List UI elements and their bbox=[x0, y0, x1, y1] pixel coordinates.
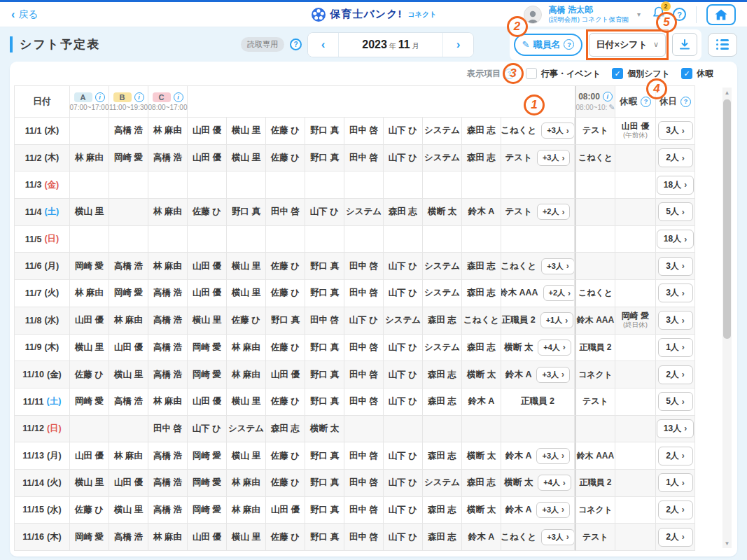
edit-pencil-icon: ✎ bbox=[608, 103, 615, 112]
empty-cell bbox=[266, 172, 305, 199]
date-label: 11/1 bbox=[25, 126, 42, 136]
download-button[interactable]: 5 bbox=[672, 33, 697, 56]
annotation-3: 3 bbox=[503, 63, 524, 84]
empty-cell bbox=[188, 226, 227, 253]
more-staff-button[interactable]: +4人› bbox=[538, 475, 571, 491]
more-staff-button[interactable]: +1人› bbox=[540, 312, 574, 328]
list-view-button[interactable] bbox=[708, 33, 737, 57]
dayoff-count-button[interactable]: 1人› bbox=[658, 338, 693, 357]
date-cell: 11/8(水) bbox=[14, 307, 70, 335]
home-button[interactable] bbox=[706, 4, 736, 25]
dayoff-count-button[interactable]: 2人› bbox=[658, 148, 693, 167]
user-info[interactable]: 高橋 浩太郎 (説明会用) コネクト保育園 bbox=[549, 5, 629, 24]
readonly-help-icon[interactable]: ? bbox=[290, 38, 302, 50]
dayoff-count-button[interactable]: 5人› bbox=[658, 392, 693, 411]
more-staff-button[interactable]: +3人› bbox=[541, 122, 575, 139]
info-icon: i bbox=[174, 92, 183, 102]
empty-cell bbox=[615, 280, 656, 307]
checkbox-individual-shift[interactable]: ✓ 個別シフト bbox=[612, 68, 670, 80]
leave-cell: 山田 優(午前休) bbox=[615, 118, 656, 145]
view-mode-dropdown[interactable]: 日付×シフト ∨ bbox=[589, 33, 666, 57]
individual-shift-cell: コネクト bbox=[575, 497, 615, 524]
dayoff-count-button[interactable]: 2人› bbox=[658, 365, 693, 384]
more-staff-button[interactable]: +3人› bbox=[541, 529, 575, 545]
empty-cell bbox=[70, 226, 109, 253]
more-staff-button[interactable]: +3人› bbox=[536, 367, 570, 383]
staff-cell: 横山 里 bbox=[70, 335, 109, 362]
staff-cell: 野口 真 bbox=[266, 307, 305, 335]
empty-cell bbox=[615, 145, 656, 172]
dayoff-count-button[interactable]: 3人› bbox=[658, 257, 693, 276]
next-month-button[interactable]: › bbox=[442, 33, 473, 57]
vertical-scrollbar[interactable]: ▲ ▼ bbox=[722, 88, 732, 548]
scroll-up-arrow-icon[interactable]: ▲ bbox=[722, 88, 732, 97]
dayoff-count-button[interactable]: 18人› bbox=[657, 230, 694, 248]
staff-cell: 山田 優 bbox=[188, 388, 227, 416]
shift-column-header: Bi11:00~19:30 bbox=[109, 86, 148, 118]
table-row: 11/6(月)岡崎 愛高橋 浩林 麻由山田 優横山 里佐藤 ひ野口 真田中 啓山… bbox=[14, 253, 695, 280]
staff-cell: 野口 真 bbox=[305, 524, 344, 551]
staff-cell: 田中 啓 bbox=[344, 470, 384, 497]
staff-cell-wide: 鈴木 A+3人› bbox=[501, 497, 575, 524]
help-icon[interactable]: ? bbox=[641, 97, 651, 107]
checkbox-leave[interactable]: ✓ 休暇 bbox=[681, 68, 713, 80]
more-count-label: +3人 bbox=[542, 505, 559, 515]
staff-cell: 野口 真 bbox=[305, 497, 344, 524]
date-cell: 11/11(土) bbox=[14, 388, 70, 416]
chevron-right-icon: › bbox=[563, 342, 566, 352]
more-staff-button[interactable]: +4人› bbox=[538, 340, 571, 356]
staff-name-help-icon[interactable]: ? bbox=[564, 39, 574, 50]
dayoff-count-button[interactable]: 2人› bbox=[658, 500, 693, 519]
dayoff-cell: 2人› bbox=[656, 442, 695, 470]
staff-cell: 野口 真 bbox=[305, 470, 344, 497]
staff-cell: 山下 ひ bbox=[384, 497, 423, 524]
checkbox-events[interactable]: 行事・イベント bbox=[526, 68, 601, 80]
more-staff-button[interactable]: +2人› bbox=[543, 285, 575, 301]
more-count-label: +3人 bbox=[547, 125, 564, 136]
more-staff-button[interactable]: +2人› bbox=[537, 204, 571, 220]
staff-cell: 山下 ひ bbox=[384, 388, 423, 416]
more-staff-button[interactable]: +3人› bbox=[541, 258, 575, 274]
page-title: シフト予定表 bbox=[10, 36, 100, 52]
staff-cell-wide: テスト+3人› bbox=[501, 145, 575, 172]
staff-cell: 田中 啓 bbox=[344, 388, 384, 416]
more-staff-button[interactable]: +3人› bbox=[536, 502, 570, 518]
prev-month-button[interactable]: ‹ bbox=[308, 33, 339, 57]
scroll-down-arrow-icon[interactable]: ▼ bbox=[722, 538, 732, 548]
chevron-right-icon: › bbox=[682, 451, 685, 461]
more-staff-button[interactable]: +3人› bbox=[537, 150, 571, 166]
staff-cell: 林 麻由 bbox=[148, 118, 188, 145]
individual-shift-cell: 鈴木 AAA bbox=[575, 442, 615, 470]
table-row: 11/2(木)林 麻由岡崎 愛高橋 浩山田 優横山 里佐藤 ひ野口 真田中 啓山… bbox=[14, 145, 695, 172]
dayoff-count-button[interactable]: 18人› bbox=[657, 176, 694, 195]
button-strip: 2 ✎ 職員名 ? 日付×シフト ∨ 5 bbox=[510, 29, 701, 60]
staff-cell-wide bbox=[501, 172, 575, 199]
empty-cell bbox=[70, 172, 109, 199]
help-icon[interactable]: ? bbox=[680, 97, 691, 107]
dayoff-count-button[interactable]: 1人› bbox=[658, 473, 693, 492]
dayoff-cell: 1人› bbox=[656, 470, 695, 497]
staff-name-button[interactable]: 2 ✎ 職員名 ? bbox=[514, 34, 583, 56]
dayoff-count-button[interactable]: 13人› bbox=[657, 419, 694, 438]
staff-cell: 高橋 浩 bbox=[148, 361, 188, 388]
chevron-down-icon[interactable]: ▾ bbox=[637, 10, 641, 18]
scrollbar-thumb[interactable] bbox=[723, 99, 731, 339]
back-button[interactable]: ‹ 戻る bbox=[11, 8, 39, 21]
dayoff-cell: 5人› bbox=[656, 199, 695, 226]
chevron-right-icon: › bbox=[561, 153, 564, 163]
dayoff-count-button[interactable]: 3人› bbox=[658, 311, 693, 330]
dayoff-count-button[interactable]: 3人› bbox=[658, 284, 693, 302]
more-staff-button[interactable]: +3人› bbox=[536, 448, 570, 464]
dayoff-count-button[interactable]: 2人› bbox=[658, 528, 693, 547]
staff-cell: システム bbox=[384, 307, 423, 335]
staff-cell: システム bbox=[423, 253, 462, 280]
chevron-right-icon: › bbox=[682, 505, 685, 514]
staff-cell: 田中 啓 bbox=[344, 361, 384, 388]
empty-cell bbox=[615, 497, 656, 524]
date-cell: 11/10(金) bbox=[14, 361, 70, 388]
date-label: 11/11 bbox=[23, 397, 44, 407]
dayoff-count-button[interactable]: 2人› bbox=[658, 447, 693, 465]
dayoff-count-button[interactable]: 5人› bbox=[658, 202, 693, 221]
individual-shift-cell: 正職員 2 bbox=[575, 470, 615, 497]
dayoff-count-button[interactable]: 3人› bbox=[658, 121, 693, 140]
